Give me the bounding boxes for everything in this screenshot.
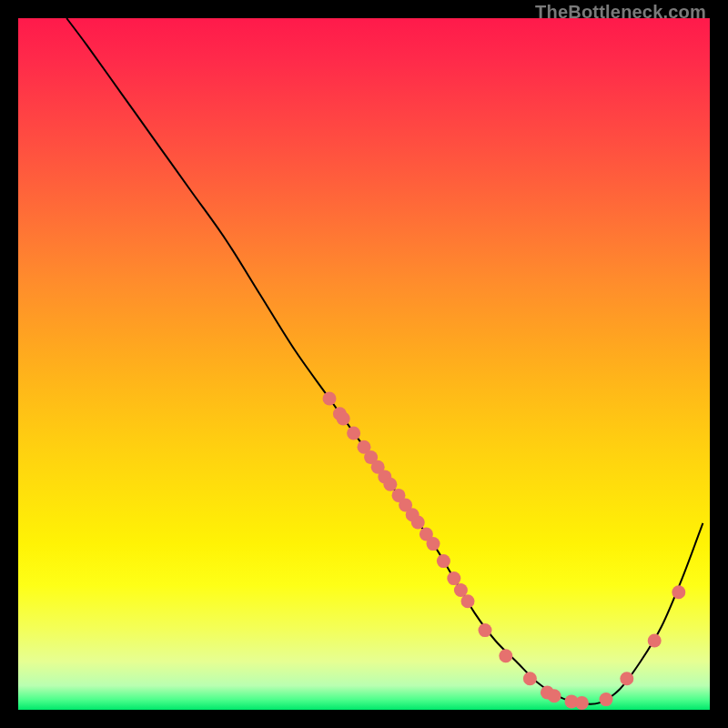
data-point	[479, 623, 492, 637]
data-point	[600, 693, 613, 706]
data-point	[383, 478, 397, 491]
data-point	[411, 516, 425, 530]
data-point	[427, 537, 440, 551]
data-point	[620, 672, 633, 685]
data-point	[461, 594, 475, 608]
data-point	[323, 392, 337, 406]
data-point	[337, 412, 350, 426]
data-point	[548, 689, 561, 703]
bottleneck-chart	[18, 18, 710, 710]
data-point	[672, 585, 685, 599]
data-point	[437, 554, 450, 568]
data-point	[447, 571, 460, 585]
data-point	[648, 634, 662, 648]
data-point	[523, 672, 537, 685]
chart-frame	[18, 18, 710, 710]
data-point	[499, 649, 512, 662]
data-point	[575, 696, 589, 710]
chart-background	[18, 18, 710, 710]
data-point	[347, 427, 360, 440]
watermark: TheBottleneck.com	[535, 2, 706, 23]
